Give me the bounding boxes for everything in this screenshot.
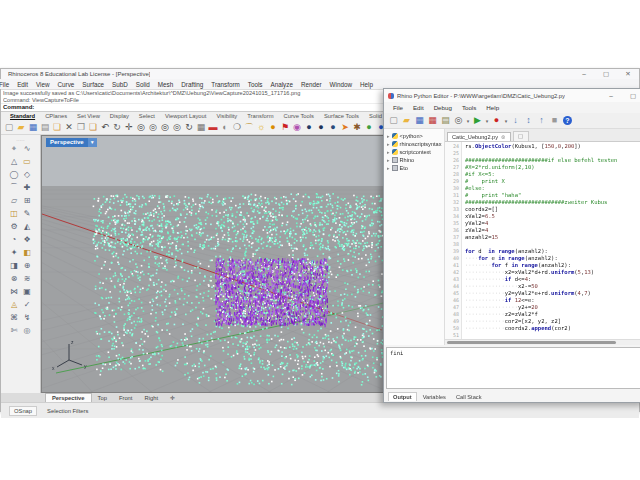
cone-tool-icon[interactable]: ◭ bbox=[21, 220, 34, 233]
open-folder-icon[interactable]: ▰ bbox=[15, 121, 27, 134]
code-editor[interactable]: 2425262728293031323334353637383940414243… bbox=[445, 142, 640, 339]
viewport-tab-front[interactable]: Front bbox=[113, 394, 139, 402]
zoom-window-icon[interactable]: ◎ bbox=[159, 121, 171, 134]
tree-item-python[interactable]: ▸<python> bbox=[384, 132, 444, 140]
pan-icon[interactable]: ❍ bbox=[231, 121, 243, 134]
move-icon[interactable]: ✛ bbox=[123, 121, 135, 134]
code-line[interactable]: zVal2=4 bbox=[465, 227, 640, 234]
expand-icon[interactable]: ▸ bbox=[387, 157, 390, 163]
union-tool-icon[interactable]: ⊕ bbox=[21, 259, 34, 272]
check-tool-icon[interactable]: ✓ bbox=[21, 298, 34, 311]
output-tab-call-stack[interactable]: Call Stack bbox=[452, 393, 486, 401]
rhino-titlebar[interactable]: Rhinoceros 8 Educational Lab License - [… bbox=[1, 69, 639, 79]
chevron-down-icon[interactable]: ▼ bbox=[88, 138, 97, 147]
star-tool-icon[interactable]: ✦ bbox=[8, 246, 21, 259]
menu-render[interactable]: Render bbox=[297, 81, 326, 88]
minimize-button[interactable]: – bbox=[573, 69, 595, 79]
menu-help[interactable]: Help bbox=[356, 81, 377, 88]
toolbar-tab-set-view[interactable]: Set View bbox=[72, 113, 105, 119]
editor-menu-debug[interactable]: Debug bbox=[429, 104, 457, 111]
settings-tool-icon[interactable]: ⚙ bbox=[8, 220, 21, 233]
print-icon[interactable]: ▤ bbox=[39, 121, 51, 134]
new-file-icon[interactable]: ▢ bbox=[387, 114, 400, 127]
polyline-tool-icon[interactable]: △ bbox=[8, 155, 21, 168]
edit-clipboard-icon[interactable]: ❏ bbox=[51, 121, 63, 134]
code-line[interactable] bbox=[465, 332, 640, 339]
viewport-tab-right[interactable]: Right bbox=[138, 394, 164, 402]
orbit-icon[interactable]: ↻ bbox=[111, 121, 123, 134]
minimize-button[interactable]: – bbox=[600, 91, 622, 101]
menu-curve[interactable]: Curve bbox=[54, 81, 79, 88]
code-lines[interactable]: rs.ObjectColor(Kubus1, [150,0,200]) ####… bbox=[462, 142, 640, 339]
toolbar-tab-select[interactable]: Select bbox=[134, 113, 160, 119]
code-line[interactable]: yVal2=4 bbox=[465, 220, 640, 227]
code-line[interactable]: #########################if else befehl … bbox=[465, 157, 640, 164]
layer-table-icon[interactable]: ▦ bbox=[195, 121, 207, 134]
menu-solid[interactable]: Solid bbox=[132, 81, 154, 88]
zoom-selected-icon[interactable]: ◎ bbox=[171, 121, 183, 134]
polygon-tool-icon[interactable]: ◇ bbox=[21, 168, 34, 181]
new-tab-button[interactable]: ▢ bbox=[513, 131, 529, 141]
status-osnap[interactable]: OSnap bbox=[9, 406, 37, 416]
code-line[interactable]: xVal2=6.5 bbox=[465, 213, 640, 220]
tab-catic-uebung2[interactable]: Catic_Uebung2.py ⊗ bbox=[447, 132, 511, 141]
output-tab-variables[interactable]: Variables bbox=[419, 393, 450, 401]
half-left-tool-icon[interactable]: ◧ bbox=[21, 246, 34, 259]
half-right-tool-icon[interactable]: ◨ bbox=[8, 259, 21, 272]
color-wheel-icon[interactable]: ◉ bbox=[291, 121, 303, 134]
code-line[interactable]: ············if 12<=e: bbox=[465, 297, 640, 304]
toolbar-tab-curve-tools[interactable]: Curve Tools bbox=[278, 113, 319, 119]
open-folder-icon[interactable]: ▰ bbox=[400, 114, 413, 127]
editor-menu-edit[interactable]: Edit bbox=[408, 104, 429, 111]
stop-icon[interactable]: ■ bbox=[548, 114, 561, 127]
curve-tool-icon[interactable]: ∿ bbox=[21, 142, 34, 155]
maximize-button[interactable]: ▢ bbox=[595, 69, 617, 79]
tree-item-rhinoscriptsyntax[interactable]: ▸rhinoscriptsyntax bbox=[384, 140, 444, 148]
planet-icon[interactable]: ● bbox=[327, 121, 339, 134]
toolbar-tab-cplanes[interactable]: CPlanes bbox=[40, 113, 72, 119]
maximize-button[interactable]: ▢ bbox=[622, 91, 640, 101]
save-all-icon[interactable]: ▦ bbox=[426, 114, 439, 127]
intersect-tool-icon[interactable]: ⊗ bbox=[8, 272, 21, 285]
tree-item-scriptcontext[interactable]: ▸scriptcontext bbox=[384, 148, 444, 156]
join-tool-icon[interactable]: ⋈ bbox=[8, 285, 21, 298]
code-line[interactable]: #X=2*rd.uniform(2,10) bbox=[465, 164, 640, 171]
save-icon[interactable]: ▦ bbox=[27, 121, 39, 134]
menu-mesh[interactable]: Mesh bbox=[154, 81, 177, 88]
search-icon[interactable]: ◎ bbox=[452, 114, 465, 127]
status-selection-filters[interactable]: Selection Filters bbox=[47, 408, 88, 414]
menu-surface[interactable]: Surface bbox=[78, 81, 108, 88]
code-line[interactable]: rs.ObjectColor(Kubus1, [150,0,200]) bbox=[465, 143, 640, 150]
viewport-tab-perspective[interactable]: Perspective bbox=[45, 393, 92, 402]
record-icon[interactable]: ● bbox=[490, 114, 503, 127]
moon-icon[interactable]: ● bbox=[315, 121, 327, 134]
step-into-icon[interactable]: ↓ bbox=[509, 114, 522, 127]
arc-tool-icon[interactable]: ⌒ bbox=[8, 181, 21, 194]
copy-icon[interactable]: ❐ bbox=[75, 121, 87, 134]
menu-analyze[interactable]: Analyze bbox=[266, 81, 296, 88]
code-line[interactable] bbox=[465, 241, 640, 248]
code-line[interactable]: #else: bbox=[465, 185, 640, 192]
code-line[interactable]: coords2=[] bbox=[465, 206, 640, 213]
code-line[interactable]: ············if d<=4: bbox=[465, 276, 640, 283]
expand-icon[interactable]: ▸ bbox=[387, 141, 390, 147]
delete-icon[interactable]: ✕ bbox=[63, 121, 75, 134]
toolbar-tab-standard[interactable]: Standard bbox=[5, 113, 40, 119]
point-tool-icon[interactable]: ✚ bbox=[21, 181, 34, 194]
menu-view[interactable]: View bbox=[32, 81, 54, 88]
code-line[interactable]: # print "haha" bbox=[465, 192, 640, 199]
command-tool-icon[interactable]: ⌘ bbox=[8, 311, 21, 324]
editor-titlebar[interactable]: Rhino Python Editor - P:\WWW\argetlam\DM… bbox=[384, 89, 640, 102]
code-line[interactable]: # print X bbox=[465, 178, 640, 185]
pyramid-tool-icon[interactable]: ◬ bbox=[8, 298, 21, 311]
gear-icon[interactable]: ✱ bbox=[351, 121, 363, 134]
menu-transform[interactable]: Transform bbox=[207, 81, 243, 88]
hide-icon[interactable]: ◐ bbox=[219, 121, 231, 134]
viewport-tab-top[interactable]: Top bbox=[92, 394, 113, 402]
lock-icon[interactable]: ● bbox=[267, 121, 279, 134]
globe-green-icon[interactable]: ● bbox=[363, 121, 375, 134]
tree-item-Eto[interactable]: ▸Eto bbox=[384, 164, 444, 172]
library-icon[interactable]: ▤ bbox=[439, 114, 452, 127]
code-line[interactable]: ##############################zweiter Ku… bbox=[465, 199, 640, 206]
code-line[interactable]: anzahl2=15 bbox=[465, 234, 640, 241]
